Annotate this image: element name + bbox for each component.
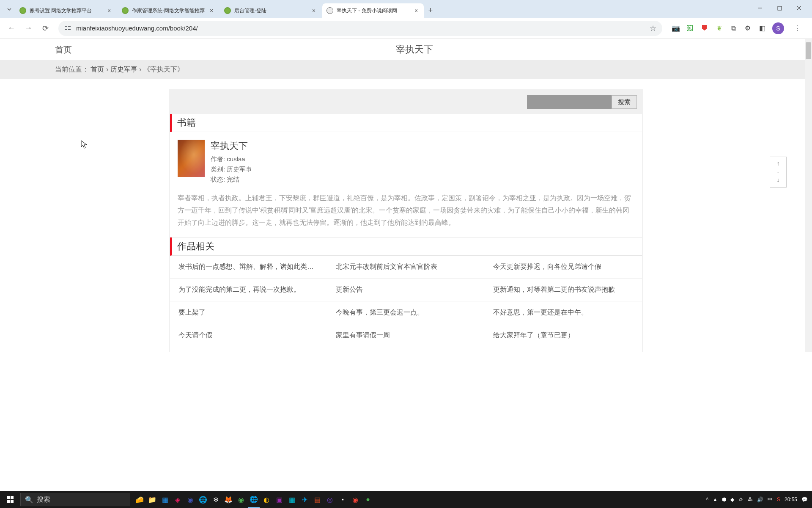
breadcrumb-category[interactable]: 历史军事 [110,66,137,73]
window-minimize[interactable] [750,2,770,14]
scrollbar[interactable] [805,39,812,352]
browser-menu[interactable]: ⋮ [790,24,804,32]
search-button[interactable]: 搜索 [612,95,637,109]
browser-toolbar: ← → ⟳ mianfeixiaoshuoyueduwang.com/book/… [0,18,812,39]
chapter-link[interactable]: 明天有事，白天一更挪到晚上 [327,347,485,352]
chapter-link[interactable]: 今晚有事，第三更会迟一点。 [327,301,485,324]
side-panel-icon[interactable]: ◧ [758,24,766,33]
tab-title: 作家管理系统-网络文学智能推荐 [132,7,208,14]
chapter-link[interactable]: 更新通知，对等着第二更的书友说声抱歉 [485,279,642,301]
chapter-link[interactable]: 今天更新要推迟，向各位兄弟请个假 [485,256,642,279]
tab-title: 宰执天下 - 免费小说阅读网 [337,7,413,14]
tab-close-icon[interactable]: × [208,7,215,14]
svg-rect-3 [68,26,71,27]
book-title: 宰执天下 [211,140,252,152]
book-cover[interactable] [178,140,205,177]
svg-rect-5 [68,29,71,30]
browser-tab[interactable]: 宰执天下 - 免费小说阅读网× [322,3,424,18]
book-status: 状态: 完结 [211,174,252,185]
page-title: 宰执天下 [72,43,757,56]
profile-avatar[interactable]: S [772,22,784,34]
extension-camera-icon[interactable]: 📷 [672,24,680,33]
tab-close-icon[interactable]: × [106,7,112,14]
site-header: 首页 宰执天下 [0,39,812,60]
url-text: mianfeixiaoshuoyueduwang.com/book/204/ [76,25,650,32]
tab-favicon-icon [19,7,26,14]
breadcrumb-current: 《宰执天下》 [143,66,184,73]
tab-close-icon[interactable]: × [413,7,420,14]
breadcrumb-label: 当前位置： [55,66,89,73]
svg-rect-2 [65,26,67,27]
chapter-link[interactable]: 今天请个假 [170,324,327,347]
search-input[interactable] [527,95,612,109]
chapter-link[interactable]: 给大家拜年了（章节已更） [485,324,642,347]
browser-tab[interactable]: 账号设置 网络文学推荐平台× [15,3,117,18]
breadcrumb: 当前位置： 首页 › 历史军事 › 《宰执天下》 [0,60,812,79]
breadcrumb-home[interactable]: 首页 [91,66,104,73]
new-tab-button[interactable]: + [425,4,436,16]
chapter-link[interactable]: 家里有事请假一周 [327,324,485,347]
chapter-link[interactable]: 下午有事，第二更会很晚 [170,347,327,352]
back-button[interactable]: ← [4,21,19,36]
scroll-up-icon[interactable]: ↑ [770,160,786,168]
address-bar[interactable]: mianfeixiaoshuoyueduwang.com/book/204/ ☆ [58,21,662,36]
page-viewport: 首页 宰执天下 当前位置： 首页 › 历史军事 › 《宰执天下》 搜索 书籍 宰… [0,39,812,352]
scroll-down-icon[interactable]: ↓ [770,176,786,185]
tab-favicon-icon [326,7,333,14]
book-category: 类别: 历史军事 [211,164,252,174]
window-close[interactable] [789,2,809,14]
book-author: 作者: cuslaa [211,154,252,164]
extension-copy-icon[interactable]: ⧉ [729,24,738,33]
tab-close-icon[interactable]: × [310,7,317,14]
chapter-link[interactable]: 发书后的一点感想、辩解、解释，诸如此类的废话 [170,256,327,279]
tab-title: 后台管理-登陆 [234,7,310,14]
svg-rect-1 [778,6,782,10]
reload-button[interactable]: ⟳ [38,21,52,36]
section-related-header: 作品相关 [170,237,642,256]
chapter-link[interactable]: 今天的两更还是在晚上 [485,347,642,352]
extension-leaf-icon[interactable]: ❦ [715,24,723,33]
tab-list-dropdown[interactable] [3,3,15,15]
window-maximize[interactable] [770,2,789,14]
section-book-header: 书籍 [170,114,642,132]
extensions-puzzle-icon[interactable]: ⚙ [743,24,752,33]
chapter-link[interactable]: 不好意思，第一更还是在中午。 [485,301,642,324]
extension-image-icon[interactable]: 🖼 [686,24,694,33]
svg-rect-4 [65,29,67,30]
scroll-helper[interactable]: ↑ - ↓ [770,157,787,188]
chapter-link[interactable]: 更新公告 [327,279,485,301]
tab-title: 账号设置 网络文学推荐平台 [30,7,106,14]
browser-tab[interactable]: 作家管理系统-网络文学智能推荐× [118,3,219,18]
tab-favicon-icon [122,7,129,14]
tab-favicon-icon [224,7,231,14]
browser-tab-strip: 账号设置 网络文学推荐平台×作家管理系统-网络文学智能推荐×后台管理-登陆×宰执… [0,0,812,18]
chapter-link[interactable]: 为了没能完成的第二更，再说一次抱歉。 [170,279,327,301]
nav-home-link[interactable]: 首页 [55,44,72,55]
browser-tab[interactable]: 后台管理-登陆× [220,3,321,18]
chapter-link[interactable]: 要上架了 [170,301,327,324]
forward-button[interactable]: → [21,21,36,36]
bookmark-star-icon[interactable]: ☆ [650,24,656,33]
site-settings-icon[interactable] [64,25,72,32]
chapter-link[interactable]: 北宋元丰改制前后文官本官官阶表 [327,256,485,279]
book-description: 宰者宰相，执者执政。上辅君王，下安黎庶，群臣避道，礼绝百僚，是为宰相。佐政事，定… [170,192,642,237]
extension-shield-icon[interactable]: ⛊ [700,24,709,33]
